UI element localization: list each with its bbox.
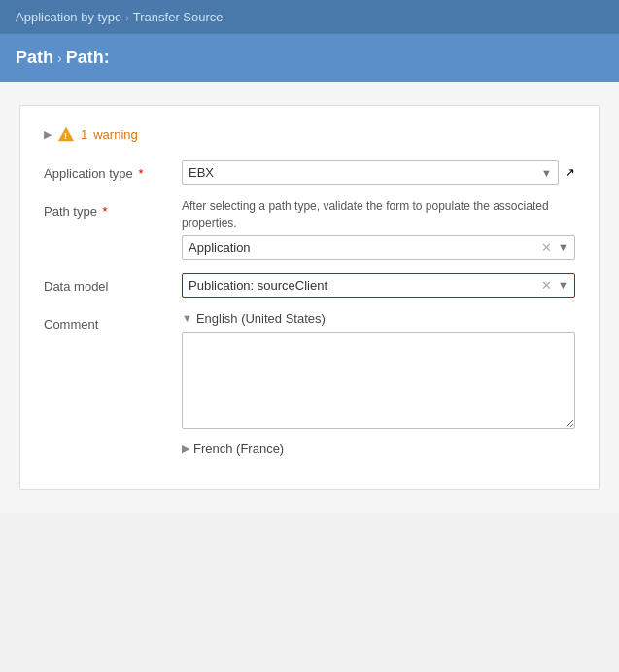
main-content: ▶ ! 1 warning Application type * EBX xyxy=(0,82,619,513)
path-type-dropdown-arrow: ▼ xyxy=(558,241,568,253)
path-type-label: Path type * xyxy=(44,198,170,219)
french-lang-label: French (France) xyxy=(193,442,284,456)
path-type-hint: After selecting a path type, validate th… xyxy=(182,198,575,231)
path-type-select[interactable]: Application xyxy=(189,240,541,255)
external-link-icon[interactable]: ↗ xyxy=(565,165,575,180)
svg-text:!: ! xyxy=(64,131,67,141)
form-card: ▶ ! 1 warning Application type * EBX xyxy=(19,105,600,490)
warning-label: warning xyxy=(93,127,138,142)
data-model-row: Data model Publication: sourceClient ✕ ▼ xyxy=(44,273,575,298)
page-header-path2: Path: xyxy=(66,48,110,68)
comment-row: Comment ▼ English (United States) ▶ Fren… xyxy=(44,311,575,456)
app-type-row: Application type * EBX ▼ ↗ xyxy=(44,160,575,185)
warning-section[interactable]: ▶ ! 1 warning xyxy=(44,125,575,143)
path-type-clear-icon[interactable]: ✕ xyxy=(541,240,552,255)
comment-control: ▼ English (United States) ▶ French (Fran… xyxy=(182,311,575,456)
top-nav: Application by type › Transfer Source xyxy=(0,0,619,34)
french-lang-header[interactable]: ▶ French (France) xyxy=(182,442,575,456)
data-model-select-wrapper: Publication: sourceClient ✕ ▼ xyxy=(182,273,575,298)
path-type-required: * xyxy=(103,204,108,219)
english-lang-label: English (United States) xyxy=(196,311,326,326)
warning-count: 1 xyxy=(81,127,87,142)
path-type-row: Path type * After selecting a path type,… xyxy=(44,198,575,260)
breadcrumb: Application by type › Transfer Source xyxy=(16,10,603,24)
warning-expand-arrow: ▶ xyxy=(44,128,52,141)
data-model-control: Publication: sourceClient ✕ ▼ xyxy=(182,273,575,298)
path-type-select-wrapper: Application ✕ ▼ xyxy=(182,235,575,260)
path-type-control: After selecting a path type, validate th… xyxy=(182,198,575,260)
english-collapse-arrow: ▼ xyxy=(182,312,192,324)
data-model-select[interactable]: Publication: sourceClient xyxy=(189,278,541,293)
english-lang-header[interactable]: ▼ English (United States) xyxy=(182,311,575,326)
breadcrumb-sep-1: › xyxy=(125,12,129,23)
app-type-select-wrapper: EBX ▼ xyxy=(182,160,559,185)
app-type-dropdown-arrow: ▼ xyxy=(541,167,552,179)
comment-label: Comment xyxy=(44,311,170,332)
data-model-label: Data model xyxy=(44,273,170,294)
warning-icon: ! xyxy=(57,125,75,143)
data-model-clear-icon[interactable]: ✕ xyxy=(541,278,552,293)
app-type-select[interactable]: EBX xyxy=(189,165,537,180)
breadcrumb-app-type[interactable]: Application by type xyxy=(16,10,121,24)
app-type-label: Application type * xyxy=(44,160,170,181)
page-header-sep: › xyxy=(57,51,62,66)
breadcrumb-transfer-source[interactable]: Transfer Source xyxy=(133,10,224,24)
comment-english-textarea[interactable] xyxy=(182,332,575,429)
app-type-required: * xyxy=(138,166,143,181)
french-expand-arrow: ▶ xyxy=(182,442,189,455)
app-type-control: EBX ▼ ↗ xyxy=(182,160,575,185)
data-model-dropdown-arrow: ▼ xyxy=(558,279,568,291)
page-header-path1: Path xyxy=(16,48,53,68)
page-header: Path › Path: xyxy=(0,34,619,82)
